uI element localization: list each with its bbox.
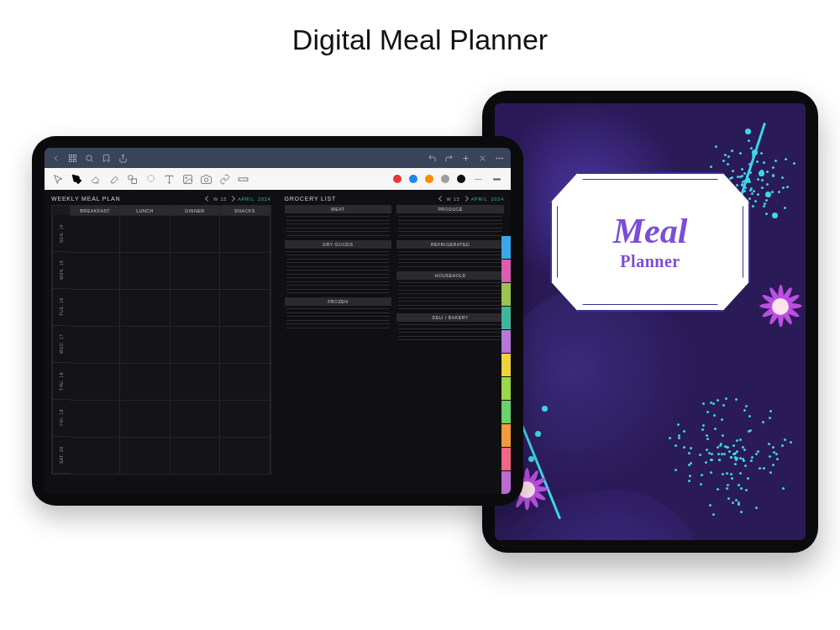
grocery-line[interactable]	[286, 262, 391, 263]
grocery-line[interactable]	[398, 297, 502, 298]
share-icon[interactable]	[118, 154, 128, 163]
grid-icon[interactable]	[68, 154, 77, 163]
meal-cell[interactable]	[71, 326, 120, 363]
grocery-line[interactable]	[286, 235, 391, 236]
bookmark-icon[interactable]	[102, 154, 111, 163]
more-icon[interactable]	[495, 154, 504, 163]
grocery-line[interactable]	[286, 312, 391, 313]
meal-cell[interactable]	[220, 437, 270, 474]
grocery-line[interactable]	[286, 259, 391, 260]
month-tab[interactable]	[501, 401, 511, 423]
undo-icon[interactable]	[428, 154, 437, 163]
meal-cell[interactable]	[220, 326, 270, 363]
meal-cell[interactable]	[171, 437, 220, 474]
month-tab[interactable]	[501, 307, 511, 329]
close-icon[interactable]	[478, 154, 487, 163]
grocery-line[interactable]	[398, 235, 502, 236]
color-swatch-orange[interactable]	[425, 175, 433, 183]
grocery-line[interactable]	[398, 308, 502, 309]
pen-icon[interactable]	[71, 174, 82, 185]
next-week-icon[interactable]	[229, 196, 235, 202]
grocery-line[interactable]	[286, 320, 391, 321]
meal-cell[interactable]	[220, 289, 270, 326]
grocery-line[interactable]	[286, 216, 391, 217]
meal-cell[interactable]	[120, 252, 170, 289]
grocery-line[interactable]	[398, 305, 502, 306]
grocery-line[interactable]	[398, 290, 502, 291]
month-tab[interactable]	[501, 260, 511, 282]
grocery-line[interactable]	[398, 328, 502, 329]
month-tab[interactable]	[501, 377, 511, 400]
pointer-icon[interactable]	[53, 174, 64, 185]
month-tab[interactable]	[501, 236, 511, 259]
meal-cell[interactable]	[120, 363, 170, 400]
image-icon[interactable]	[182, 174, 193, 185]
meal-cell[interactable]	[71, 289, 120, 326]
redo-icon[interactable]	[444, 154, 454, 163]
grocery-line[interactable]	[286, 328, 391, 328]
grocery-line[interactable]	[398, 339, 502, 340]
meal-cell[interactable]	[220, 400, 270, 437]
meal-cell[interactable]	[220, 215, 270, 252]
text-icon[interactable]	[164, 174, 175, 185]
ruler-icon[interactable]	[238, 174, 249, 185]
meal-cell[interactable]	[71, 400, 120, 437]
grocery-line[interactable]	[398, 251, 502, 252]
grocery-line[interactable]	[286, 323, 391, 324]
highlighter-icon[interactable]	[108, 174, 119, 185]
month-label[interactable]: APRIL	[238, 197, 255, 202]
add-icon[interactable]	[461, 154, 470, 163]
meal-cell[interactable]	[71, 363, 120, 400]
meal-cell[interactable]	[120, 289, 170, 326]
meal-cell[interactable]	[120, 326, 170, 363]
meal-cell[interactable]	[171, 363, 220, 400]
search-icon[interactable]	[85, 154, 94, 163]
grocery-line[interactable]	[286, 277, 391, 278]
grocery-line[interactable]	[398, 286, 502, 286]
grocery-line[interactable]	[398, 293, 502, 294]
grocery-line[interactable]	[398, 336, 502, 337]
meal-cell[interactable]	[171, 289, 220, 326]
meal-cell[interactable]	[71, 252, 120, 289]
grocery-line[interactable]	[286, 274, 391, 275]
grocery-line[interactable]	[286, 231, 391, 232]
grocery-line[interactable]	[398, 255, 502, 255]
month-tab[interactable]	[501, 330, 511, 353]
color-swatch-red[interactable]	[393, 175, 402, 183]
grocery-line[interactable]	[286, 228, 391, 228]
grocery-line[interactable]	[286, 266, 391, 267]
color-swatch-gray[interactable]	[441, 175, 449, 183]
grocery-line[interactable]	[398, 220, 502, 221]
eraser-icon[interactable]	[90, 174, 101, 185]
grocery-line[interactable]	[286, 255, 391, 255]
lasso-icon[interactable]	[145, 174, 156, 185]
year-label[interactable]: 2024	[491, 197, 504, 202]
shapes-icon[interactable]	[127, 174, 138, 185]
month-tab[interactable]	[501, 283, 511, 306]
next-week-icon[interactable]	[463, 196, 469, 202]
grocery-line[interactable]	[286, 285, 391, 286]
grocery-line[interactable]	[286, 220, 391, 221]
meal-cell[interactable]	[120, 437, 170, 474]
grocery-line[interactable]	[398, 262, 502, 263]
meal-cell[interactable]	[120, 215, 170, 252]
grocery-line[interactable]	[398, 266, 502, 267]
meal-cell[interactable]	[171, 252, 220, 289]
grocery-line[interactable]	[286, 270, 391, 270]
back-icon[interactable]	[51, 154, 60, 163]
year-label[interactable]: 2024	[258, 197, 270, 202]
meal-cell[interactable]	[71, 215, 120, 252]
month-tab[interactable]	[501, 471, 511, 494]
meal-cell[interactable]	[220, 252, 270, 289]
color-swatch-blue[interactable]	[409, 175, 417, 183]
meal-cell[interactable]	[171, 326, 220, 363]
grocery-line[interactable]	[398, 259, 502, 260]
link-icon[interactable]	[219, 174, 230, 185]
grocery-line[interactable]	[286, 292, 391, 293]
month-tab[interactable]	[501, 424, 511, 447]
meal-cell[interactable]	[171, 215, 220, 252]
color-swatch-black[interactable]	[457, 175, 465, 183]
grocery-line[interactable]	[398, 216, 502, 217]
grocery-line[interactable]	[398, 223, 502, 224]
grocery-line[interactable]	[398, 231, 502, 232]
